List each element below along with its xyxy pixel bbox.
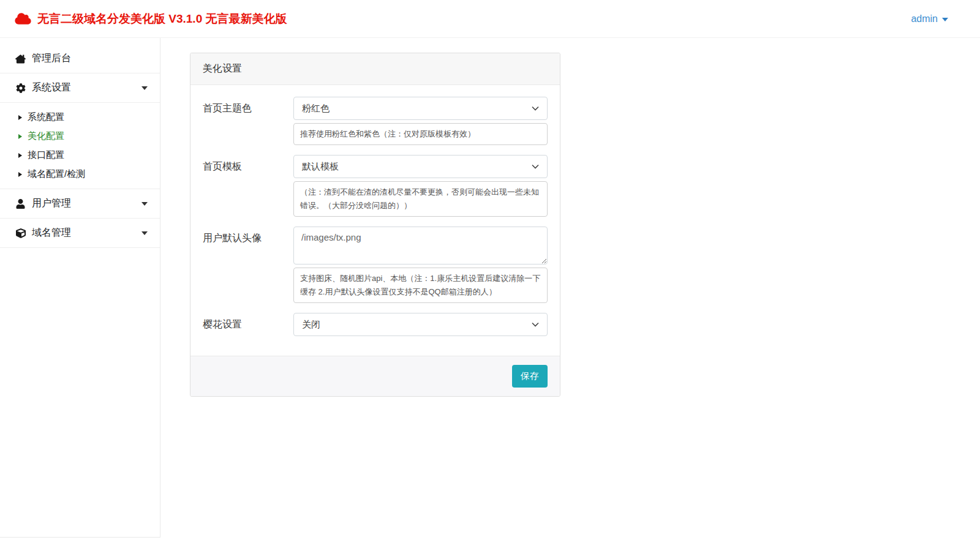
sakura-label: 樱花设置 xyxy=(203,313,293,336)
sidebar-item-label: 用户管理 xyxy=(32,197,71,210)
home-template-help: （注：渣到不能在渣的渣机尽量不要更换，否则可能会出现一些未知错误。（大部分没啥问… xyxy=(293,181,548,217)
caret-right-icon xyxy=(18,134,22,139)
chevron-down-icon xyxy=(141,86,148,90)
home-icon xyxy=(15,53,26,64)
beautify-settings-card: 美化设置 首页主题色 粉红色 推荐使用粉红色和紫色（注：仅对原版模板有效） xyxy=(190,53,560,397)
theme-color-select[interactable]: 粉红色 xyxy=(293,97,548,120)
form-row-theme-color: 首页主题色 粉红色 推荐使用粉红色和紫色（注：仅对原版模板有效） xyxy=(203,97,548,145)
card-footer: 保存 xyxy=(190,356,560,396)
gear-icon xyxy=(15,83,26,93)
sidebar-subitem-label: 域名配置/检测 xyxy=(28,168,85,180)
sidebar-item-label: 域名管理 xyxy=(32,227,71,239)
sidebar-subitem-label: 系统配置 xyxy=(28,111,64,123)
form-row-default-avatar: 用户默认头像 /images/tx.png 支持图床、随机图片api、本地（注：… xyxy=(203,227,548,303)
home-template-select[interactable]: 默认模板 xyxy=(293,155,548,178)
sidebar-subitem-beautify-config[interactable]: 美化配置 xyxy=(0,127,160,146)
form-row-sakura: 樱花设置 关闭 xyxy=(203,313,548,336)
selected-value: 关闭 xyxy=(302,319,320,331)
default-avatar-label: 用户默认头像 xyxy=(203,227,293,303)
app-header: 无言二级域名分发美化版 V3.1.0 无言最新美化版 admin xyxy=(0,0,980,38)
caret-right-icon xyxy=(18,115,22,120)
sidebar-item-label: 系统设置 xyxy=(32,81,71,94)
sakura-select[interactable]: 关闭 xyxy=(293,313,548,336)
chevron-down-icon xyxy=(532,322,539,327)
save-button[interactable]: 保存 xyxy=(512,365,548,388)
chevron-down-icon xyxy=(141,231,148,235)
theme-color-label: 首页主题色 xyxy=(203,97,293,145)
chevron-down-icon xyxy=(532,106,539,111)
sidebar-subitem-api-config[interactable]: 接口配置 xyxy=(0,146,160,165)
main-content: 美化设置 首页主题色 粉红色 推荐使用粉红色和紫色（注：仅对原版模板有效） xyxy=(161,38,980,551)
sidebar-item-label: 管理后台 xyxy=(32,52,71,65)
card-title: 美化设置 xyxy=(190,53,560,85)
system-settings-submenu: 系统配置 美化配置 接口配置 域名配置/检测 xyxy=(0,103,160,189)
sidebar-item-admin-home[interactable]: 管理后台 xyxy=(0,44,160,73)
selected-value: 默认模板 xyxy=(302,161,339,173)
cube-icon xyxy=(15,228,26,238)
user-dropdown[interactable]: admin xyxy=(911,13,948,24)
chevron-down-icon xyxy=(141,202,148,206)
chevron-down-icon xyxy=(942,18,948,21)
sidebar-subitem-system-config[interactable]: 系统配置 xyxy=(0,108,160,127)
home-template-label: 首页模板 xyxy=(203,155,293,217)
selected-value: 粉红色 xyxy=(302,103,330,114)
sidebar-subitem-label: 接口配置 xyxy=(28,149,64,161)
username: admin xyxy=(911,13,938,24)
sidebar-subitem-label: 美化配置 xyxy=(28,130,64,142)
default-avatar-input[interactable]: /images/tx.png xyxy=(293,227,548,264)
sidebar-item-system-settings[interactable]: 系统设置 xyxy=(0,73,160,103)
caret-right-icon xyxy=(18,172,22,177)
caret-right-icon xyxy=(18,153,22,158)
theme-color-help: 推荐使用粉红色和紫色（注：仅对原版模板有效） xyxy=(293,123,548,145)
chevron-down-icon xyxy=(532,164,539,169)
cloud-icon xyxy=(15,12,31,25)
default-avatar-help: 支持图床、随机图片api、本地（注：1.康乐主机设置后建议清除一下缓存 2.用户… xyxy=(293,268,548,303)
sidebar-item-domain-management[interactable]: 域名管理 xyxy=(0,219,160,248)
brand-title: 无言二级域名分发美化版 V3.1.0 无言最新美化版 xyxy=(37,11,287,27)
settings-form: 首页主题色 粉红色 推荐使用粉红色和紫色（注：仅对原版模板有效） 首页模板 xyxy=(190,85,560,356)
sidebar-item-user-management[interactable]: 用户管理 xyxy=(0,189,160,219)
sidebar: 管理后台 系统设置 系统配置 美化配置 接口配置 域名配置/检测 用户管理 xyxy=(0,38,160,538)
sidebar-subitem-domain-config-check[interactable]: 域名配置/检测 xyxy=(0,165,160,184)
brand: 无言二级域名分发美化版 V3.1.0 无言最新美化版 xyxy=(15,11,287,27)
user-icon xyxy=(15,198,26,209)
form-row-home-template: 首页模板 默认模板 （注：渣到不能在渣的渣机尽量不要更换，否则可能会出现一些未知… xyxy=(203,155,548,217)
